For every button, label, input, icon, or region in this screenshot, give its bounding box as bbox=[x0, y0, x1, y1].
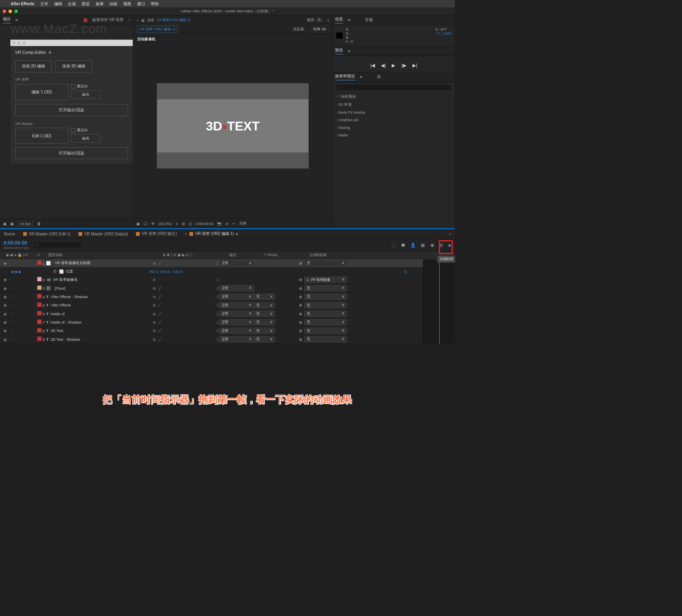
comp-subtab[interactable]: VR 母带 (VR2 编辑 1) bbox=[137, 26, 178, 33]
maximize-window[interactable] bbox=[23, 41, 26, 44]
chevron-right-icon[interactable]: » bbox=[128, 18, 130, 22]
menu-layer[interactable]: 图层 bbox=[82, 1, 90, 6]
property-row[interactable]: ◀ ◆ ▶ ⏱ 📈 位置 960.0, 540.0, -540.0 ⊚ bbox=[0, 267, 455, 275]
menu-icon[interactable]: ≡ bbox=[360, 75, 362, 79]
menu-animation[interactable]: 动画 bbox=[109, 1, 117, 6]
blend-mode-dropdown[interactable]: 正常∨ bbox=[219, 310, 254, 317]
zoom-value[interactable]: (33.3%) bbox=[159, 221, 172, 226]
pickwhip-icon[interactable]: ⊚ bbox=[299, 312, 302, 316]
timeline-tab[interactable]: Scene bbox=[4, 231, 15, 236]
trackmatte-dropdown[interactable]: 无∨ bbox=[254, 293, 275, 300]
menu-composition[interactable]: 合成 bbox=[68, 1, 76, 6]
visibility-toggle[interactable]: ◉ bbox=[4, 312, 7, 316]
visibility-toggle[interactable]: ◉ bbox=[4, 303, 7, 307]
lock-icon[interactable]: ▣ bbox=[141, 18, 144, 22]
blend-mode-dropdown[interactable]: 正常∨ bbox=[219, 260, 254, 266]
chevron-right-icon[interactable]: » bbox=[449, 231, 451, 236]
comp-name[interactable]: VR 母带 (VR2 编辑 1) bbox=[157, 18, 190, 23]
pickwhip-icon[interactable]: ⊚ bbox=[299, 261, 302, 265]
new-comp-icon[interactable]: ▦ bbox=[10, 221, 14, 226]
pickwhip-icon[interactable]: ⊚ bbox=[299, 328, 302, 333]
menu-file[interactable]: 文件 bbox=[40, 1, 48, 6]
layer-row[interactable]: ◉ › 3 [Floor] ⊕ ╱ ⬡ 正常∨ ⊚无∨ bbox=[0, 284, 455, 292]
chevron-right-icon[interactable]: » bbox=[327, 18, 329, 22]
channel-icon[interactable]: ⊘ bbox=[225, 221, 229, 226]
library-tab[interactable]: 库 bbox=[377, 74, 381, 79]
quality[interactable]: 完整 bbox=[239, 221, 247, 226]
add-3d-edit-button[interactable]: 添加 3D 编辑 bbox=[55, 60, 92, 72]
roi-icon[interactable]: ◫ bbox=[189, 221, 192, 226]
add-2d-edit-button[interactable]: 添加 2D 编辑 bbox=[15, 60, 52, 72]
visibility-toggle[interactable]: ◉ bbox=[4, 294, 7, 299]
parent-dropdown[interactable]: 无∨ bbox=[304, 285, 347, 291]
composition-viewer[interactable]: 活动摄像机 3DTEXT bbox=[133, 34, 332, 218]
parent-dropdown[interactable]: 无∨ bbox=[304, 302, 347, 308]
blend-mode-dropdown[interactable]: 正常∨ bbox=[219, 319, 254, 325]
visibility-toggle[interactable]: ◉ bbox=[4, 261, 7, 265]
layer-row[interactable]: ◉ › 1 VR 母带摄像机控制器 ⊕ ╱ ⬡ 正常∨ ⊚无∨ bbox=[0, 259, 455, 267]
menu-icon[interactable]: ≡ bbox=[348, 49, 350, 53]
stopwatch-icon[interactable]: ⏱ bbox=[53, 269, 57, 274]
layer-row[interactable]: ◉ › 7 T inside of - Shadow ⊕ ╱ ⬡ 正常∨ 无∨ … bbox=[0, 318, 455, 326]
blend-mode-dropdown[interactable]: 正常∨ bbox=[219, 302, 254, 308]
prev-frame-icon[interactable]: ◀| bbox=[381, 63, 386, 69]
effects-presets-tab[interactable]: 效果和预设 bbox=[335, 73, 355, 80]
menu-view[interactable]: 视图 bbox=[123, 1, 131, 6]
blend-mode-dropdown[interactable]: 正常∨ bbox=[219, 285, 254, 291]
first-frame-icon[interactable]: |◀ bbox=[370, 63, 375, 69]
pickwhip-icon[interactable]: ⊚ bbox=[299, 277, 302, 282]
parent-dropdown[interactable]: 无∨ bbox=[304, 310, 347, 317]
preview-tab[interactable]: 预览 bbox=[335, 48, 343, 55]
current-time[interactable]: 0:00:00:00 bbox=[4, 240, 29, 246]
parent-dropdown[interactable]: 1. VR 母带摄像∨ bbox=[304, 276, 347, 283]
preset-category[interactable]: CINEMA 4D bbox=[333, 116, 455, 124]
expression-pickwhip-icon[interactable]: ⊚ bbox=[404, 269, 407, 274]
shy-icon[interactable]: 👤 bbox=[410, 243, 416, 248]
frame-blend-icon[interactable]: ▦ bbox=[421, 243, 425, 248]
app-name[interactable]: After Effects bbox=[11, 2, 34, 6]
timeline-tab[interactable]: VR 母带 (VR2 输出) bbox=[136, 231, 177, 237]
comp-flowchart-icon[interactable]: ⬚ bbox=[392, 243, 396, 248]
properties-button[interactable]: 属性 bbox=[71, 91, 100, 99]
blend-mode-dropdown[interactable]: 正常∨ bbox=[219, 293, 254, 300]
comp-canvas[interactable]: 3DTEXT bbox=[157, 83, 309, 168]
menu-edit[interactable]: 编辑 bbox=[54, 1, 62, 6]
timeline-search-input[interactable]: ⌕ bbox=[34, 242, 82, 249]
play-icon[interactable]: ▶ bbox=[392, 63, 395, 69]
graph-icon[interactable]: 📈 bbox=[59, 269, 63, 274]
pickwhip-icon[interactable]: ⊚ bbox=[299, 303, 302, 307]
trackmatte-dropdown[interactable]: 无∨ bbox=[254, 336, 275, 342]
close-window[interactable] bbox=[3, 10, 6, 13]
visibility-toggle[interactable]: ◉ bbox=[4, 337, 7, 342]
parent-dropdown[interactable]: 无∨ bbox=[304, 260, 347, 266]
blend-mode-dropdown[interactable]: 正常∨ bbox=[219, 328, 254, 334]
close-tab-icon[interactable]: × bbox=[136, 18, 138, 22]
info-tab[interactable]: 信息 bbox=[335, 17, 343, 24]
snapshot-icon[interactable]: 📷 bbox=[217, 221, 221, 226]
trackmatte-dropdown[interactable]: 无∨ bbox=[254, 328, 275, 334]
menu-effect[interactable]: 效果 bbox=[96, 1, 104, 6]
layer-row[interactable]: ◉ › 5 T After Effects ⊕ ╱ ⬡ 正常∨ 无∨ ⊚无∨ bbox=[0, 301, 455, 309]
layer-row[interactable]: ◉ › 4 T After Effects - Shadow ⊕ ╱ ⬡ 正常∨… bbox=[0, 292, 455, 301]
maximize-window[interactable] bbox=[14, 10, 18, 13]
preset-category[interactable]: Matte bbox=[333, 131, 455, 139]
preset-category[interactable]: Boris FX Mocha bbox=[333, 109, 455, 116]
parent-dropdown[interactable]: 无∨ bbox=[304, 319, 347, 325]
grid-icon[interactable]: ▣ bbox=[136, 221, 140, 226]
parent-dropdown[interactable]: 无∨ bbox=[304, 336, 347, 342]
color-depth[interactable]: 16 bpc bbox=[18, 221, 34, 227]
layer-row[interactable]: ◉ › 6 T inside of ⊕ ╱ ⬡ 正常∨ 无∨ ⊚无∨ bbox=[0, 310, 455, 318]
menu-icon[interactable]: ≡ bbox=[348, 18, 350, 22]
properties-button-2[interactable]: 属性 bbox=[71, 134, 100, 142]
minimize-window[interactable] bbox=[8, 10, 12, 13]
position-value[interactable]: 960.0, 540.0, -540.0 bbox=[149, 269, 183, 274]
trackmatte-dropdown[interactable]: 无∨ bbox=[254, 310, 275, 317]
menu-icon[interactable]: ≡ bbox=[49, 50, 51, 55]
menu-window[interactable]: 窗口 bbox=[137, 1, 145, 6]
timeline-tab[interactable]: VR Master (VR2 Edit 1) bbox=[23, 231, 71, 236]
next-frame-icon[interactable]: |▶ bbox=[402, 63, 406, 69]
audio-tab[interactable]: 音频 bbox=[365, 18, 373, 23]
trackmatte-dropdown[interactable]: 无∨ bbox=[254, 319, 275, 325]
color-mgmt-icon[interactable]: ✦ bbox=[232, 221, 235, 226]
edit-1-3d-en-button[interactable]: Edit 1 (3D) bbox=[15, 128, 68, 143]
